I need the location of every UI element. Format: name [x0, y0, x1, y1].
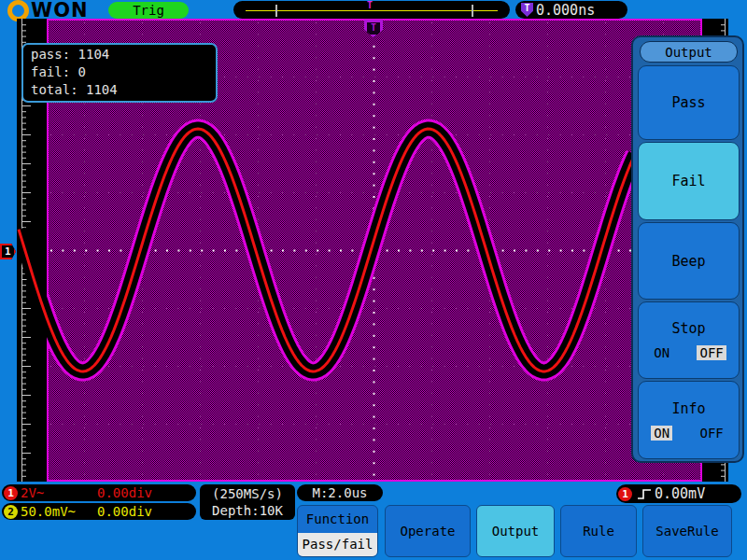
stop-button[interactable]: Stop ON OFF: [638, 301, 740, 379]
ch1-offset: 0.00div: [97, 485, 152, 500]
info-pass-count: pass: 1104: [31, 46, 208, 63]
pass-button[interactable]: Pass: [638, 65, 740, 140]
oscilloscope-screen: WON Trig T T 0.000ns pass: 1104 fail: 0 …: [0, 0, 747, 560]
sample-rate: (250MS/s): [212, 485, 283, 502]
beep-button[interactable]: Beep: [638, 222, 740, 300]
trigger-level-badge: 1: [618, 487, 632, 501]
rising-edge-icon: [637, 487, 653, 501]
trigger-timeline: T: [233, 1, 510, 19]
timeline-left-bracket: [275, 5, 277, 17]
ch1-status-pill: 1 2V~ 0.00div: [2, 484, 196, 501]
stop-off-label[interactable]: OFF: [697, 345, 726, 360]
stop-label: Stop: [671, 320, 705, 337]
channel1-position-marker: 1: [0, 244, 16, 259]
trigger-level-value: 0.00mV: [655, 485, 705, 502]
menu-rule-button[interactable]: Rule: [560, 505, 637, 557]
trigger-time-value: 0.000ns: [536, 2, 595, 19]
output-panel: Output Pass Fail Beep Stop ON OFF Info O…: [631, 35, 744, 463]
fail-button[interactable]: Fail: [638, 142, 740, 220]
panel-title: Output: [640, 41, 738, 63]
info-button[interactable]: Info ON OFF: [638, 381, 740, 459]
info-fail-count: fail: 0: [31, 63, 208, 81]
info-on-label[interactable]: ON: [651, 426, 672, 441]
memory-depth: Depth:10K: [212, 502, 283, 519]
ch1-badge: 1: [4, 486, 18, 500]
timeline-line: [246, 10, 498, 11]
trigger-level-pill: 1 0.00mV: [616, 484, 741, 503]
info-label: Info: [671, 400, 705, 417]
logo-text: WON: [31, 0, 89, 21]
trigger-shield-icon: T: [521, 3, 533, 17]
info-total-count: total: 1104: [31, 81, 208, 99]
ch2-badge: 2: [4, 505, 18, 519]
menu-function-button[interactable]: Function Pass/fail: [297, 505, 378, 557]
menu-saverule-button[interactable]: SaveRule: [642, 505, 732, 557]
stop-on-label[interactable]: ON: [651, 345, 672, 360]
info-off-label[interactable]: OFF: [697, 426, 726, 441]
ch2-offset: 0.00div: [97, 504, 152, 519]
ch2-status-pill: 2 50.0mV~ 0.00div: [2, 503, 196, 520]
timebase-pill: M:2.0us: [297, 484, 383, 501]
ch1-scale: 2V~: [21, 485, 97, 500]
trigger-time-pill: T 0.000ns: [515, 1, 627, 19]
menu-operate-button[interactable]: Operate: [385, 505, 471, 557]
timeline-right-bracket: [472, 5, 473, 17]
owon-logo: WON: [7, 0, 89, 21]
function-value: Pass/fail: [298, 533, 377, 556]
ch2-scale: 50.0mV~: [21, 504, 97, 519]
trigger-status-indicator: Trig: [108, 2, 189, 19]
menu-output-button[interactable]: Output: [476, 505, 555, 557]
timeline-trigger-marker: T: [367, 1, 373, 9]
function-label: Function: [298, 506, 377, 533]
passfail-info-box: pass: 1104 fail: 0 total: 1104: [21, 43, 218, 103]
acquisition-box: (250MS/s) Depth:10K: [200, 484, 295, 520]
